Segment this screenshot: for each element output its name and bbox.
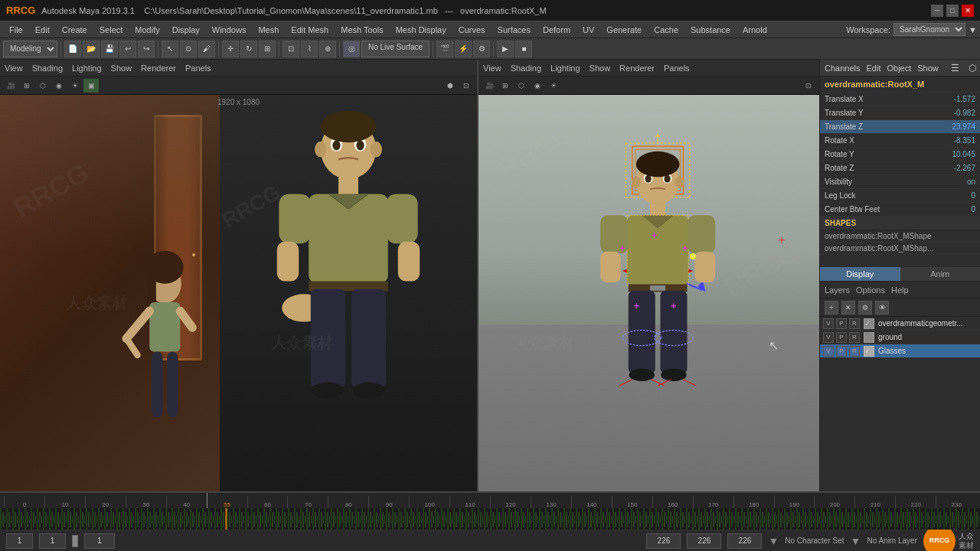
render-settings-button[interactable]: ⚙ — [473, 41, 490, 57]
workspace-dropdown[interactable]: SarahGnomon — [893, 23, 965, 36]
move-tool-button[interactable]: ✛ — [222, 41, 239, 57]
new-scene-button[interactable]: 📄 — [64, 41, 81, 57]
menu-generate[interactable]: Generate — [600, 24, 648, 36]
layer-delete-btn[interactable]: ✕ — [841, 301, 855, 315]
stop-button[interactable]: ■ — [515, 41, 532, 57]
ch-val-tz[interactable]: 23.974 — [952, 122, 975, 131]
layer-r-3[interactable]: R — [849, 346, 860, 357]
layer-v-3[interactable]: V — [823, 346, 834, 357]
layer-options-btn[interactable]: ⚙ — [858, 301, 872, 315]
layer-v-2[interactable]: V — [823, 332, 834, 343]
left-vp-grid-btn[interactable]: ⊞ — [19, 79, 34, 93]
menu-select[interactable]: Select — [93, 24, 129, 36]
field2-input[interactable] — [39, 533, 66, 549]
menu-cache[interactable]: Cache — [648, 24, 684, 36]
start-frame-field[interactable] — [6, 533, 33, 549]
menu-create[interactable]: Create — [56, 24, 93, 36]
rigged-character-svg[interactable]: + + + + + — [581, 115, 734, 471]
layer-r-1[interactable]: R — [849, 318, 860, 329]
right-vp-menu-renderer[interactable]: Renderer — [619, 64, 655, 73]
layer-row-1[interactable]: V P R ✓ overdrammaticgeometr... — [820, 317, 980, 331]
menu-mesh-display[interactable]: Mesh Display — [390, 24, 452, 36]
anim-layer-dropdown-icon[interactable]: ▼ — [851, 535, 861, 547]
layer-p-1[interactable]: P — [836, 318, 847, 329]
layer-v-1[interactable]: V — [823, 318, 834, 329]
left-vp-shaded-btn[interactable]: ◉ — [51, 79, 67, 93]
channels-label[interactable]: Channels — [825, 64, 860, 73]
current-frame-display[interactable] — [687, 533, 721, 549]
anim-tab[interactable]: Anim — [900, 267, 981, 281]
redo-button[interactable]: ↪ — [138, 41, 155, 57]
channel-translate-z[interactable]: Translate Z 23.974 — [820, 120, 980, 134]
undo-button[interactable]: ↩ — [119, 41, 136, 57]
play-button[interactable]: ▶ — [497, 41, 514, 57]
right-viewport-content[interactable]: + + + + + + ↖ RRCG 人众素材 RRCG — [479, 95, 819, 491]
ch-val-cbf[interactable]: 0 — [971, 205, 975, 214]
playback-end-field[interactable] — [727, 533, 762, 549]
left-vp-fit-btn[interactable]: ⊡ — [459, 79, 474, 93]
ch-val-ll[interactable]: 0 — [971, 191, 975, 200]
select-tool-button[interactable]: ↖ — [162, 41, 178, 57]
left-viewport-content[interactable]: 1920 x 1080 — [0, 95, 477, 491]
menu-substance[interactable]: Substance — [684, 24, 737, 36]
ipr-render-button[interactable]: ⚡ — [455, 41, 472, 57]
left-vp-wireframe-btn[interactable]: ⬡ — [35, 79, 51, 93]
layer-row-3[interactable]: V P R ✓ Glasses — [820, 344, 980, 358]
rotate-tool-button[interactable]: ↻ — [240, 41, 257, 57]
paint-select-button[interactable]: 🖌 — [198, 41, 215, 57]
close-button[interactable]: ✕ — [962, 5, 974, 17]
right-vp-wireframe-btn[interactable]: ⬡ — [514, 79, 529, 93]
ch-val-ry[interactable]: 10.045 — [952, 150, 975, 158]
menu-curves[interactable]: Curves — [452, 24, 492, 36]
menu-mesh-tools[interactable]: Mesh Tools — [335, 24, 389, 36]
ch-val-ty[interactable]: -0.982 — [954, 109, 975, 117]
menu-edit[interactable]: Edit — [29, 24, 56, 36]
snap-grid-button[interactable]: ⊡ — [283, 41, 299, 57]
left-vp-menu-panels[interactable]: Panels — [185, 64, 211, 73]
mode-dropdown[interactable]: Modeling — [3, 41, 57, 57]
edit-label[interactable]: Edit — [866, 64, 880, 73]
right-vp-camera-btn[interactable]: 🎥 — [482, 79, 497, 93]
timeline-ruler[interactable]: 0 10 20 30 40 55 60 70 80 90 100 110 120… — [0, 493, 980, 508]
soft-select-button[interactable]: ◎ — [343, 41, 360, 57]
channel-leg-lock[interactable]: Leg Lock 0 — [820, 189, 980, 203]
menu-deform[interactable]: Deform — [537, 24, 577, 36]
channel-visibility[interactable]: Visibility on — [820, 175, 980, 189]
menu-surfaces[interactable]: Surfaces — [492, 24, 537, 36]
workspace-arrow-icon[interactable]: ▼ — [969, 25, 977, 34]
layer-p-3[interactable]: P — [836, 346, 847, 357]
panel-icon-1[interactable]: ☰ — [951, 63, 959, 73]
menu-file[interactable]: File — [3, 24, 29, 36]
left-vp-color-btn[interactable]: ▣ — [83, 79, 99, 93]
menu-arnold[interactable]: Arnold — [737, 24, 773, 36]
channel-rotate-z[interactable]: Rotate Z -2.267 — [820, 161, 980, 175]
keyframe-area[interactable] — [0, 508, 980, 530]
right-vp-light-btn[interactable]: ☀ — [546, 79, 561, 93]
menu-edit-mesh[interactable]: Edit Mesh — [285, 24, 335, 36]
left-vp-iso-btn[interactable]: ⬢ — [443, 79, 458, 93]
ch-val-tx[interactable]: -1.572 — [954, 95, 975, 103]
help-menu-item[interactable]: Help — [891, 285, 909, 295]
snap-point-button[interactable]: ⊕ — [319, 41, 336, 57]
layer-vis-toggle[interactable]: 👁 — [875, 301, 889, 315]
layer-r-2[interactable]: R — [849, 332, 860, 343]
right-vp-fit-btn[interactable]: ⊡ — [801, 79, 816, 93]
right-vp-shaded-btn[interactable]: ◉ — [530, 79, 545, 93]
right-vp-menu-show[interactable]: Show — [590, 64, 611, 73]
menu-display[interactable]: Display — [166, 24, 206, 36]
layers-menu-item[interactable]: Layers — [825, 285, 850, 295]
snap-curve-button[interactable]: ⌇ — [301, 41, 318, 57]
layer-p-2[interactable]: P — [836, 332, 847, 343]
options-menu-item[interactable]: Options — [856, 285, 885, 295]
channel-translate-y[interactable]: Translate Y -0.982 — [820, 106, 980, 120]
layer-row-2[interactable]: V P R ground — [820, 331, 980, 344]
ch-val-vis[interactable]: on — [967, 178, 975, 186]
render-button[interactable]: 🎬 — [436, 41, 453, 57]
right-vp-menu-lighting[interactable]: Lighting — [550, 64, 580, 73]
channel-rotate-x[interactable]: Rotate X -8.351 — [820, 134, 980, 148]
channel-rotate-y[interactable]: Rotate Y 10.045 — [820, 148, 980, 161]
shape-2[interactable]: overdrammatic:RootX_MShap... — [820, 243, 980, 255]
right-vp-grid-btn[interactable]: ⊞ — [498, 79, 513, 93]
char-set-dropdown-icon[interactable]: ▼ — [768, 535, 779, 547]
ch-val-rz[interactable]: -2.267 — [954, 164, 975, 172]
